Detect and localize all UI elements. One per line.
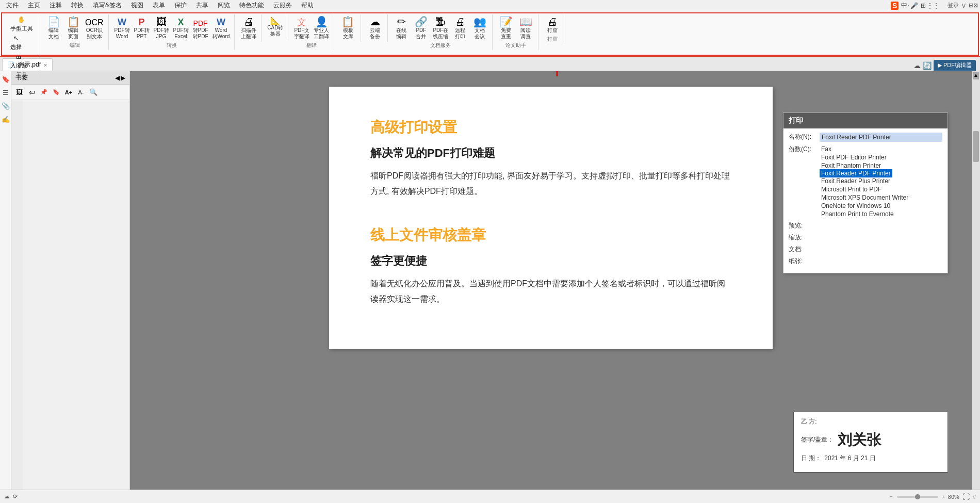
remote-print-btn[interactable]: 🖨 远程 打印 [451, 15, 469, 41]
sidebar-font-inc-btn[interactable]: A+ [63, 87, 74, 98]
printer-fax[interactable]: Fax [820, 145, 942, 153]
menu-home[interactable]: 主页 [24, 0, 44, 11]
printer-ms-xps[interactable]: Microsoft XPS Document Writer [820, 193, 942, 202]
fit-btn[interactable]: ⛶ [962, 493, 970, 501]
translate-group-label: 翻译 [306, 42, 317, 49]
menu-cloud[interactable]: 云服务 [269, 0, 296, 11]
print-copies-row: 份数(C): Fax Foxit PDF Editor Printer Foxi… [789, 145, 942, 218]
word-icon: W [217, 18, 225, 27]
menu-special[interactable]: 特色功能 [235, 0, 268, 11]
printer-onenote[interactable]: OneNote for Windows 10 [820, 202, 942, 210]
zoom-slider[interactable] [897, 496, 938, 498]
nav-layers[interactable]: ☰ [1, 88, 10, 97]
menu-bar: 文件 主页 注释 转换 填写&签名 视图 表单 保护 共享 阅览 特色功能 云服… [0, 0, 980, 11]
reading-assist-btn[interactable]: 📖 阅读 调查 [516, 15, 535, 41]
menu-protect[interactable]: 保护 [170, 0, 191, 11]
sidebar-search-btn[interactable]: 🔍 [88, 87, 99, 98]
printer-ms-pdf[interactable]: Microsoft Print to PDF [820, 185, 942, 193]
professional-translate-btn[interactable]: 👤 专业人 工翻译 [312, 15, 331, 41]
pdf-word-icon: W [118, 18, 126, 27]
print-icon: 🖨 [547, 17, 558, 27]
sidebar-image-btn[interactable]: 🖼 [13, 87, 25, 98]
nav-attachments[interactable]: 📎 [1, 101, 10, 110]
sogou-logo: S 中· 🎤 ⊞ ⋮⋮ [891, 1, 939, 10]
print-doc-row: 文档: [789, 245, 942, 254]
print-name-row: 名称(N): Foxit Reader PDF Printer [789, 133, 942, 142]
cloud-icon: ☁ [370, 17, 380, 27]
login-btn[interactable]: 登录 [948, 2, 959, 9]
print-name-value[interactable]: Foxit Reader PDF Printer [820, 133, 942, 142]
menu-share[interactable]: 共享 [192, 0, 213, 11]
print-preview-row: 预览: [789, 221, 942, 230]
edit-doc-icon: 📄 [47, 17, 60, 27]
sidebar-mark2-btn[interactable]: 📌 [38, 87, 50, 98]
ocr-btn[interactable]: OCR OCR识 别文本 [84, 18, 105, 41]
scrollbar-area[interactable]: ▲ ▼ [972, 71, 980, 503]
print-dialog-body: 名称(N): Foxit Reader PDF Printer 份数(C): F… [783, 128, 948, 273]
meeting-btn[interactable]: 👥 文档 会议 [470, 15, 489, 41]
sidebar-mark1-btn[interactable]: 🏷 [26, 87, 37, 98]
hand-tool-btn[interactable]: ✋ 手型工具 [9, 15, 34, 33]
menu-convert[interactable]: 转换 [67, 0, 88, 11]
edit-doc-btn[interactable]: 📄 编辑 文档 [44, 15, 63, 41]
bookmarks-sidebar: 书签 ◀ ▶ 🖼 🏷 📌 🔖 A+ A- 🔍 [11, 71, 130, 503]
pdf-to-jpg-btn[interactable]: 🖼 PDF转 JPG [152, 15, 171, 41]
to-pdf-btn[interactable]: PDF 转PDF 转PDF [191, 19, 210, 41]
printer-foxit-plus[interactable]: Foxit Reader Plus Printer [820, 177, 942, 185]
print-zoom-row: 缩放: [789, 233, 942, 242]
section1-body: 福昕PDF阅读器拥有强大的打印功能, 界面友好易于学习。支持虚拟打印、批量打印等… [370, 168, 731, 200]
printer-foxit-editor[interactable]: Foxit PDF Editor Printer [820, 153, 942, 161]
print-paper-row: 纸张: [789, 257, 942, 266]
print-btn[interactable]: 🖨 打窟 [543, 15, 562, 35]
pdf-merge-btn[interactable]: 🔗 PDF 合并 [412, 15, 430, 41]
word-to-pdf-btn[interactable]: W Word 转Word [211, 17, 232, 41]
print-paper-label: 纸张: [789, 257, 820, 266]
menu-form[interactable]: 表单 [149, 0, 169, 11]
online-group-label: 文档服务 [430, 42, 451, 49]
menu-view[interactable]: 视图 [127, 0, 148, 11]
menu-sign[interactable]: 填写&签名 [89, 0, 126, 11]
pdf-translate-icon: 文 [297, 18, 306, 27]
select-btn[interactable]: ↖ 选择 [9, 34, 23, 52]
nav-signatures[interactable]: ✍ [1, 115, 10, 124]
free-check-btn[interactable]: 📝 免费 查重 [497, 15, 515, 41]
pdf-compress-btn[interactable]: 🗜 PDF在 线压缩 [431, 15, 450, 41]
online-edit-btn[interactable]: ✏ 在线 编辑 [392, 15, 411, 41]
translate-group: 文 PDF文 字翻译 👤 专业人 工翻译 翻译 [289, 14, 334, 50]
pdf-content-area: 高级打印设置 解决常见的PDF打印难题 福昕PDF阅读器拥有强大的打印功能, 界… [130, 71, 972, 503]
printer-list: Fax Foxit PDF Editor Printer Foxit Phant… [820, 145, 942, 218]
cad-btn[interactable]: 📐 CAD转 换器 [266, 15, 285, 38]
printer-foxit-phantom[interactable]: Foxit Phantom Printer [820, 161, 942, 170]
online-group: ✏ 在线 编辑 🔗 PDF 合并 🗜 PDF在 线压缩 🖨 远程 [389, 14, 493, 50]
zoom-thumb [915, 494, 920, 499]
scan-btn[interactable]: 🖨 扫描件 上翻译 [239, 15, 258, 41]
edit-page-btn[interactable]: 📋 编辑 页面 [64, 15, 83, 41]
indent-btn[interactable]: ⊞ 入缩放 [9, 53, 28, 70]
pdf-to-word-btn[interactable]: W PDF转 Word [113, 17, 132, 41]
printer-phantom-evernote[interactable]: Phantom Print to Evernote [820, 210, 942, 218]
section1-title: 高级打印设置 [370, 118, 731, 137]
menu-file[interactable]: 文件 [2, 0, 23, 11]
sidebar-font-dec-btn[interactable]: A- [75, 87, 87, 98]
sidebar-mark3-btn[interactable]: 🔖 [51, 87, 62, 98]
print-dialog: 打印 名称(N): Foxit Reader PDF Printer 份数(C)… [783, 112, 948, 273]
pdf-translate-btn[interactable]: 文 PDF文 字翻译 [292, 17, 311, 41]
scan-group: 🖨 扫描件 上翻译 [236, 14, 262, 42]
pdf-to-excel-btn[interactable]: X PDF转 Excel [172, 17, 190, 41]
scrollbar-thumb[interactable] [973, 131, 979, 162]
meeting-icon: 👥 [473, 17, 486, 27]
convert-group-label: 转换 [167, 42, 177, 49]
pdf-to-ppt-btn[interactable]: P PDF转 PPT [133, 17, 151, 41]
menu-annotate[interactable]: 注释 [45, 0, 66, 11]
zoom-in-btn[interactable]: + [941, 494, 944, 500]
assistant-group-label: 论文助手 [505, 42, 526, 49]
printer-foxit-reader[interactable]: Foxit Reader PDF Printer [820, 169, 892, 177]
menu-help[interactable]: 帮助 [297, 0, 318, 11]
cloud-group: ☁ 云端 备份 [362, 14, 388, 42]
edit-group: 📄 编辑 文档 📋 编辑 页面 OCR OCR识 别文本 编辑 [41, 14, 109, 50]
zoom-out-btn[interactable]: － [888, 493, 894, 500]
cloud-btn[interactable]: ☁ 云端 备份 [366, 15, 384, 41]
template-btn[interactable]: 📋 模板 文库 [339, 15, 357, 41]
menu-view2[interactable]: 阅览 [214, 0, 234, 11]
remote-print-icon: 🖨 [455, 17, 465, 27]
